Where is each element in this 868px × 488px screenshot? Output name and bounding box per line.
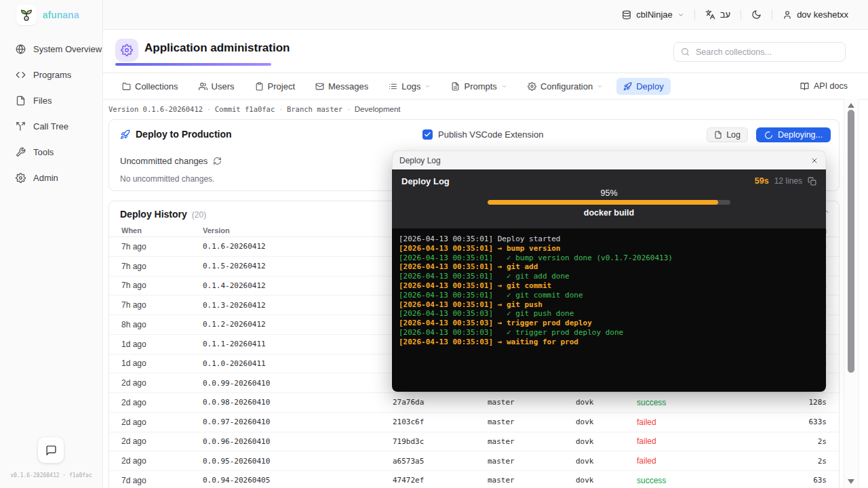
sidebar-item-admin[interactable]: Admin [0, 165, 102, 190]
modal-titlebar[interactable]: Deploy Log [392, 150, 826, 169]
sidebar-item-programs[interactable]: Programs [0, 62, 102, 87]
cell-duration: 63s [718, 476, 827, 485]
publish-vscode-checkbox[interactable] [422, 129, 433, 140]
cell-when: 7h ago [121, 242, 203, 251]
deploy-log-modal: Deploy Log Deploy Log 59s 12 lines 95% d… [392, 150, 826, 392]
terminal-message: → git add [498, 262, 538, 271]
table-row[interactable]: 2d ago0.0.95-20260410a6573a5masterdovkfa… [109, 451, 839, 471]
moon-icon [751, 9, 762, 20]
title-underline [115, 63, 271, 66]
deploying-button[interactable]: Deploying... [756, 127, 831, 142]
chev-down-icon [501, 83, 507, 89]
tabs: CollectionsUsersProjectMessagesLogsPromp… [115, 78, 671, 95]
terminal-line: [2026-04-13 00:35:03] → waiting for prod [399, 338, 819, 347]
sidebar-item-call-tree[interactable]: Call Tree [0, 113, 102, 139]
tab-collections[interactable]: Collections [115, 78, 185, 95]
tab-users[interactable]: Users [192, 78, 241, 95]
rocket-icon [120, 129, 130, 140]
sidebar-version-label: v0.1.6-20260412 · f1a0fac [0, 472, 102, 479]
tab-project[interactable]: Project [248, 78, 302, 95]
tab-label: Configuration [540, 81, 593, 92]
brand-name: afunana [43, 9, 79, 20]
tab-prompts[interactable]: Prompts [444, 78, 513, 95]
cell-status: success [637, 398, 718, 407]
cell-branch: master [488, 437, 576, 446]
lines-count: 12 lines [774, 176, 802, 186]
api-docs-label: API docs [814, 81, 848, 91]
seedling-logo-icon [19, 7, 34, 22]
cell-when: 2d ago [121, 418, 203, 427]
progress-percent: 95% [401, 188, 816, 198]
table-row[interactable]: 2d ago0.0.96-20260410719bd3cmasterdovkfa… [109, 432, 839, 452]
copy-icon[interactable] [808, 177, 816, 186]
close-icon[interactable] [810, 157, 818, 165]
column-header-version: Version [203, 226, 393, 235]
deploy-log-panel: Deploy Log 59s 12 lines 95% docker build [392, 169, 826, 228]
chev-down-icon [425, 83, 431, 89]
terminal-timestamp: [2026-04-13 00:35:01] [399, 244, 493, 253]
theme-toggle[interactable] [741, 9, 772, 20]
tab-logs[interactable]: Logs [382, 78, 437, 95]
terminal-message: → waiting for prod [498, 338, 578, 346]
table-row[interactable]: 2d ago0.0.98-2026041027a76damasterdovksu… [109, 393, 839, 413]
cell-commit: 2103c6f [393, 418, 488, 426]
user-menu[interactable]: dov keshetxx [772, 9, 859, 20]
table-row[interactable]: 7d ago0.0.94-2026040547472efmasterdovksu… [109, 471, 839, 488]
terminal-timestamp: [2026-04-13 00:35:03] [399, 328, 493, 337]
sidebar-item-system-overview[interactable]: System Overview [0, 36, 102, 62]
rocket-icon [623, 82, 632, 91]
progress-stage: docker build [401, 208, 816, 218]
deploy-log-panel-header: Deploy Log 59s 12 lines [401, 175, 816, 187]
scrollbar-down-arrow[interactable] [848, 479, 854, 484]
separator: · [279, 105, 282, 113]
api-docs-button[interactable]: API docs [800, 81, 848, 91]
tab-deploy[interactable]: Deploy [616, 78, 670, 95]
terminal-timestamp: [2026-04-13 00:35:01] [399, 300, 493, 309]
terminal-message: ✓ bump version done (v0.1.7-20260413) [498, 253, 673, 262]
terminal-line: [2026-04-13 00:35:01] → git add [399, 262, 819, 272]
refresh-icon[interactable] [213, 157, 222, 165]
terminal-line: [2026-04-13 00:35:01] Deploy started [399, 235, 819, 244]
terminal-line: [2026-04-13 00:35:03] ✓ git push done [399, 309, 819, 319]
progress-fill [488, 200, 718, 205]
scrollbar-up-arrow[interactable] [848, 103, 854, 108]
users-icon [199, 82, 208, 91]
cell-version: 0.1.0-20260411 [203, 359, 393, 368]
logo-row[interactable]: afunana [0, 0, 102, 30]
sidebar-item-files[interactable]: Files [0, 87, 102, 113]
database-selector[interactable]: cblNinjae [612, 9, 694, 20]
cell-duration: 2s [718, 457, 827, 466]
table-row[interactable]: 2d ago0.0.97-202604102103c6fmasterdovkfa… [109, 413, 839, 432]
chat-button[interactable] [38, 437, 64, 463]
terminal-line: [2026-04-13 00:35:01] ✓ bump version don… [399, 253, 819, 263]
scrollbar-thumb[interactable] [848, 110, 854, 373]
terminal-line: [2026-04-13 00:35:03] ✓ trigger prod dep… [399, 328, 819, 338]
sidebar-item-tools[interactable]: Tools [0, 139, 102, 165]
cell-when: 2d ago [121, 436, 203, 446]
tab-configuration[interactable]: Configuration [521, 78, 610, 95]
tab-label: Messages [328, 81, 368, 92]
sidebar-item-label: System Overview [33, 44, 102, 54]
terminal-message: → git push [498, 300, 542, 309]
scrollbar-track[interactable] [844, 99, 859, 488]
terminal-line: [2026-04-13 00:35:01] → git push [399, 300, 819, 310]
gear-icon [121, 44, 133, 56]
cell-commit: a6573a5 [393, 457, 488, 466]
topbar: cblNinjae עב dov keshetxx [103, 0, 868, 30]
progress-bar [488, 200, 730, 205]
search-box [673, 42, 846, 62]
database-icon [622, 10, 631, 20]
globe-icon [16, 44, 26, 54]
user-icon [783, 10, 792, 20]
search-input[interactable] [694, 47, 838, 58]
branch-label: Branch master [287, 105, 342, 113]
cell-duration: 128s [718, 398, 827, 407]
terminal: [2026-04-13 00:35:01] Deploy started[202… [392, 228, 826, 392]
tab-messages[interactable]: Messages [309, 78, 375, 95]
language-toggle[interactable]: עב [695, 9, 741, 20]
cell-status: failed [637, 456, 718, 466]
terminal-message: ✓ trigger prod deploy done [498, 328, 623, 337]
log-button[interactable]: Log [707, 127, 748, 142]
cell-commit: 719bd3c [393, 437, 488, 446]
cell-version: 0.0.98-20260410 [203, 398, 393, 407]
